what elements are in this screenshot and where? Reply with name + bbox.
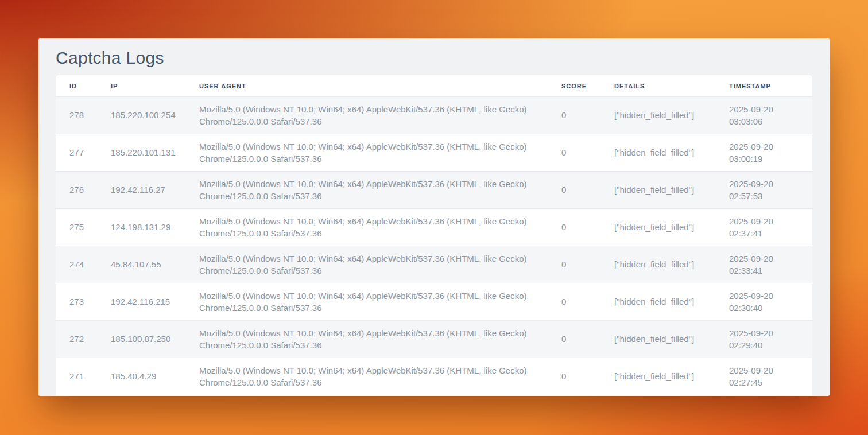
cell-details: ["hidden_field_filled"] — [600, 96, 715, 134]
column-header-id: ID — [56, 75, 97, 96]
cell-details: ["hidden_field_filled"] — [600, 134, 715, 171]
cell-details: ["hidden_field_filled"] — [600, 171, 715, 208]
captcha-logs-table: ID IP USER AGENT SCORE DETAILS TIMESTAMP… — [56, 75, 812, 395]
table-row: 278 185.220.100.254 Mozilla/5.0 (Windows… — [56, 96, 812, 134]
cell-timestamp: 2025-09-20 02:57:53 — [715, 171, 812, 208]
table-container: ID IP USER AGENT SCORE DETAILS TIMESTAMP… — [56, 75, 812, 396]
cell-score: 0 — [548, 171, 600, 208]
cell-timestamp: 2025-09-20 02:27:45 — [715, 358, 812, 395]
table-row: 275 124.198.131.29 Mozilla/5.0 (Windows … — [56, 208, 812, 246]
cell-user-agent: Mozilla/5.0 (Windows NT 10.0; Win64; x64… — [185, 96, 548, 134]
header-row: ID IP USER AGENT SCORE DETAILS TIMESTAMP — [56, 75, 812, 96]
cell-timestamp: 2025-09-20 03:00:19 — [715, 134, 812, 171]
table-row: 272 185.100.87.250 Mozilla/5.0 (Windows … — [56, 320, 812, 358]
table-row: 277 185.220.101.131 Mozilla/5.0 (Windows… — [56, 134, 812, 171]
cell-user-agent: Mozilla/5.0 (Windows NT 10.0; Win64; x64… — [185, 246, 548, 283]
cell-ip: 45.84.107.55 — [97, 246, 185, 283]
cell-id: 278 — [56, 96, 97, 134]
cell-user-agent: Mozilla/5.0 (Windows NT 10.0; Win64; x64… — [185, 208, 548, 246]
cell-timestamp: 2025-09-20 02:33:41 — [715, 246, 812, 283]
column-header-ip: IP — [97, 75, 185, 96]
cell-ip: 185.220.101.131 — [97, 134, 185, 171]
cell-timestamp: 2025-09-20 02:29:40 — [715, 320, 812, 358]
cell-ip: 185.220.100.254 — [97, 96, 185, 134]
table-row: 276 192.42.116.27 Mozilla/5.0 (Windows N… — [56, 171, 812, 208]
column-header-score: SCORE — [548, 75, 600, 96]
cell-score: 0 — [548, 358, 600, 395]
page-title: Captcha Logs — [56, 46, 812, 70]
cell-id: 277 — [56, 134, 97, 171]
cell-score: 0 — [548, 208, 600, 246]
cell-timestamp: 2025-09-20 02:30:40 — [715, 283, 812, 320]
cell-score: 0 — [548, 134, 600, 171]
cell-timestamp: 2025-09-20 02:37:41 — [715, 208, 812, 246]
table-row: 274 45.84.107.55 Mozilla/5.0 (Windows NT… — [56, 246, 812, 283]
cell-details: ["hidden_field_filled"] — [600, 246, 715, 283]
cell-ip: 185.40.4.29 — [97, 358, 185, 395]
captcha-logs-card: Captcha Logs ID IP USER AGENT SCORE DETA… — [38, 38, 830, 396]
cell-ip: 192.42.116.215 — [97, 283, 185, 320]
page-background: { "page": { "title": "Captcha Logs" }, "… — [0, 0, 868, 435]
cell-score: 0 — [548, 96, 600, 134]
cell-ip: 192.42.116.27 — [97, 171, 185, 208]
cell-id: 271 — [56, 358, 97, 395]
cell-details: ["hidden_field_filled"] — [600, 283, 715, 320]
cell-details: ["hidden_field_filled"] — [600, 208, 715, 246]
cell-user-agent: Mozilla/5.0 (Windows NT 10.0; Win64; x64… — [185, 134, 548, 171]
cell-id: 273 — [56, 283, 97, 320]
column-header-timestamp: TIMESTAMP — [715, 75, 812, 96]
cell-id: 275 — [56, 208, 97, 246]
column-header-details: DETAILS — [600, 75, 715, 96]
table-header: ID IP USER AGENT SCORE DETAILS TIMESTAMP — [56, 75, 812, 96]
cell-id: 276 — [56, 171, 97, 208]
cell-score: 0 — [548, 246, 600, 283]
table-row: 271 185.40.4.29 Mozilla/5.0 (Windows NT … — [56, 358, 812, 395]
table-body: 278 185.220.100.254 Mozilla/5.0 (Windows… — [56, 96, 812, 395]
cell-score: 0 — [548, 320, 600, 358]
cell-timestamp: 2025-09-20 03:03:06 — [715, 96, 812, 134]
column-header-user-agent: USER AGENT — [185, 75, 548, 96]
cell-user-agent: Mozilla/5.0 (Windows NT 10.0; Win64; x64… — [185, 320, 548, 358]
cell-id: 272 — [56, 320, 97, 358]
cell-details: ["hidden_field_filled"] — [600, 358, 715, 395]
cell-ip: 124.198.131.29 — [97, 208, 185, 246]
cell-score: 0 — [548, 283, 600, 320]
cell-user-agent: Mozilla/5.0 (Windows NT 10.0; Win64; x64… — [185, 171, 548, 208]
cell-ip: 185.100.87.250 — [97, 320, 185, 358]
cell-details: ["hidden_field_filled"] — [600, 320, 715, 358]
table-row: 273 192.42.116.215 Mozilla/5.0 (Windows … — [56, 283, 812, 320]
cell-user-agent: Mozilla/5.0 (Windows NT 10.0; Win64; x64… — [185, 358, 548, 395]
cell-id: 274 — [56, 246, 97, 283]
cell-user-agent: Mozilla/5.0 (Windows NT 10.0; Win64; x64… — [185, 283, 548, 320]
